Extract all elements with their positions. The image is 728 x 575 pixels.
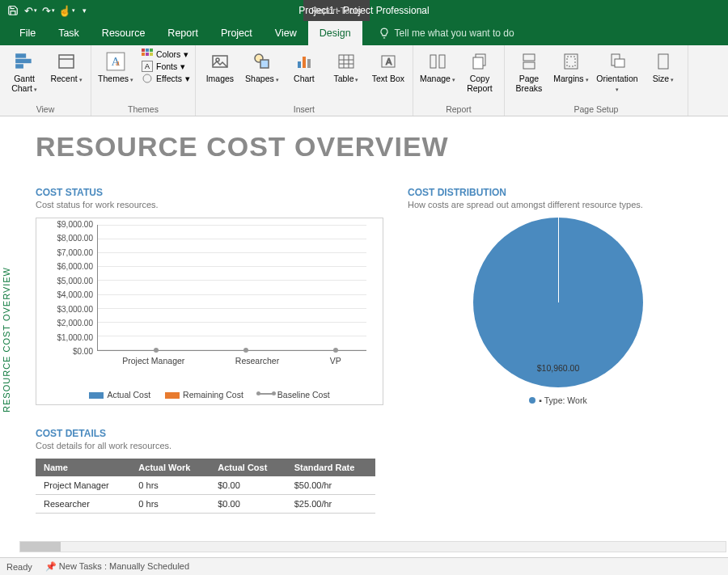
svg-point-14	[143, 74, 151, 82]
section-sub-cost-distribution: How costs are spread out amongst differe…	[408, 200, 709, 209]
statusbar: Ready 📌 New Tasks : Manually Scheduled	[0, 557, 728, 575]
table-row[interactable]: Project Manager0 hrs$0.00$50.00/hr	[36, 476, 375, 495]
tell-me-search[interactable]: Tell me what you want to do	[379, 27, 514, 39]
window-title: Project1 - Project Professional	[298, 5, 429, 16]
svg-rect-22	[339, 55, 353, 68]
ribbon-group-insert: Images Shapes ▾ Chart Table ▾ AText Box …	[196, 45, 413, 116]
titlebar: ↶▾ ↷▾ ☝▾ ▾ Report Tools Project1 - Proje…	[0, 0, 728, 21]
table-button[interactable]: Table ▾	[327, 49, 366, 103]
ribbon: Gantt Chart ▾ Recent ▾ View Aa Themes ▾ …	[0, 45, 728, 116]
page-title: RESOURCE COST OVERVIEW	[16, 116, 728, 171]
chart-icon	[293, 50, 315, 73]
menu-file[interactable]: File	[8, 21, 47, 45]
bar-chart-legend: Actual CostRemaining CostBaseline Cost	[44, 387, 375, 401]
svg-rect-34	[523, 62, 535, 69]
ribbon-group-label-insert: Insert	[201, 103, 408, 114]
colors-icon	[142, 49, 153, 60]
cost-distribution-chart[interactable]: $10,960.00 ▪ Type: Work	[408, 209, 709, 413]
svg-rect-9	[146, 49, 149, 52]
tell-me-label: Tell me what you want to do	[395, 27, 514, 39]
x-axis-labels: Project ManagerResearcherVP	[97, 356, 366, 366]
manage-button[interactable]: Manage ▾	[418, 49, 457, 103]
ribbon-group-label-themes: Themes	[96, 103, 190, 114]
effects-icon	[142, 73, 153, 84]
status-new-tasks: 📌 New Tasks : Manually Scheduled	[45, 561, 189, 572]
images-button[interactable]: Images	[201, 49, 239, 103]
svg-rect-12	[146, 53, 149, 56]
touch-mode-icon[interactable]: ☝▾	[58, 2, 74, 19]
svg-rect-38	[615, 59, 624, 67]
menu-project[interactable]: Project	[210, 21, 264, 45]
menu-resource[interactable]: Resource	[91, 21, 157, 45]
svg-rect-20	[303, 57, 306, 68]
cost-status-section: COST STATUS Cost status for work resourc…	[36, 187, 383, 413]
bars	[98, 225, 366, 350]
orientation-button[interactable]: Orientation ▾	[594, 49, 641, 103]
cost-status-chart[interactable]: $9,000.00$8,000.00$7,000.00$6,000.00$5,0…	[36, 218, 383, 405]
redo-icon[interactable]: ↷▾	[40, 2, 57, 19]
menubar: File Task Resource Report Project View D…	[0, 21, 728, 45]
section-head-cost-status: COST STATUS	[36, 187, 383, 198]
text-box-icon: A	[377, 50, 400, 73]
section-head-cost-details: COST DETAILS	[36, 428, 709, 439]
svg-rect-8	[142, 49, 145, 52]
svg-rect-18	[260, 60, 269, 68]
cost-details-section: COST DETAILS Cost details for all work r…	[16, 413, 728, 514]
ribbon-group-report: Manage ▾ Copy Report Report	[413, 45, 505, 116]
section-sub-cost-status: Cost status for work resources.	[36, 200, 383, 209]
text-box-button[interactable]: AText Box	[369, 49, 408, 103]
table-icon	[335, 50, 358, 73]
menu-view[interactable]: View	[264, 21, 308, 45]
ribbon-group-view: Gantt Chart ▾ Recent ▾ View	[0, 45, 91, 116]
copy-report-button[interactable]: Copy Report	[460, 49, 499, 103]
margins-icon	[560, 50, 582, 73]
size-button[interactable]: Size ▾	[644, 49, 683, 103]
recent-button[interactable]: Recent ▾	[47, 49, 86, 103]
orientation-icon	[606, 50, 629, 73]
table-row[interactable]: Researcher0 hrs$0.00$25.00/hr	[36, 495, 375, 514]
ribbon-group-themes: Aa Themes ▾ Colors ▾ AFonts ▾ Effects ▾ …	[91, 45, 196, 116]
svg-rect-11	[142, 53, 145, 56]
svg-rect-2	[16, 65, 23, 67]
gantt-chart-button[interactable]: Gantt Chart ▾	[5, 49, 44, 103]
copy-icon	[468, 50, 491, 73]
recent-icon	[55, 50, 78, 73]
menu-task[interactable]: Task	[47, 21, 91, 45]
svg-rect-32	[473, 57, 483, 69]
themes-button[interactable]: Aa Themes ▾	[96, 49, 135, 103]
ribbon-group-label-report: Report	[418, 103, 499, 114]
cost-details-table: NameActual WorkActual CostStandard Rate …	[36, 459, 375, 514]
svg-rect-36	[567, 57, 575, 66]
horizontal-scrollbar[interactable]	[19, 541, 726, 552]
qa-customize-icon[interactable]: ▾	[76, 2, 92, 19]
chart-button[interactable]: Chart	[285, 49, 324, 103]
ribbon-group-label-view: View	[5, 103, 86, 114]
fonts-icon: A	[142, 61, 153, 72]
fonts-button[interactable]: AFonts ▾	[142, 61, 190, 72]
ribbon-group-label-page-setup: Page Setup	[510, 103, 683, 114]
colors-button[interactable]: Colors ▾	[142, 49, 190, 60]
pie-legend: ▪ Type: Work	[529, 395, 586, 405]
manage-icon	[426, 50, 449, 73]
margins-button[interactable]: Margins ▾	[552, 49, 590, 103]
pin-icon: 📌	[45, 561, 57, 571]
menu-design[interactable]: Design	[308, 21, 362, 45]
size-icon	[652, 50, 675, 73]
svg-text:a: a	[116, 57, 120, 67]
svg-rect-21	[307, 59, 311, 68]
page-breaks-button[interactable]: Page Breaks	[510, 49, 548, 103]
menu-report[interactable]: Report	[156, 21, 210, 45]
ribbon-group-page-setup: Page Breaks Margins ▾ Orientation ▾ Size…	[505, 45, 688, 116]
shapes-button[interactable]: Shapes ▾	[243, 49, 281, 103]
gantt-icon	[13, 50, 36, 73]
section-head-cost-distribution: COST DISTRIBUTION	[408, 187, 709, 198]
svg-rect-10	[150, 49, 153, 52]
save-icon[interactable]	[5, 2, 21, 19]
effects-button[interactable]: Effects ▾	[142, 73, 190, 84]
section-sub-cost-details: Cost details for all work resources.	[36, 441, 709, 450]
svg-rect-29	[430, 55, 436, 68]
svg-rect-33	[523, 54, 535, 61]
shapes-icon	[251, 50, 273, 73]
pie-value-label: $10,960.00	[537, 363, 580, 373]
undo-icon[interactable]: ↶▾	[23, 2, 39, 19]
